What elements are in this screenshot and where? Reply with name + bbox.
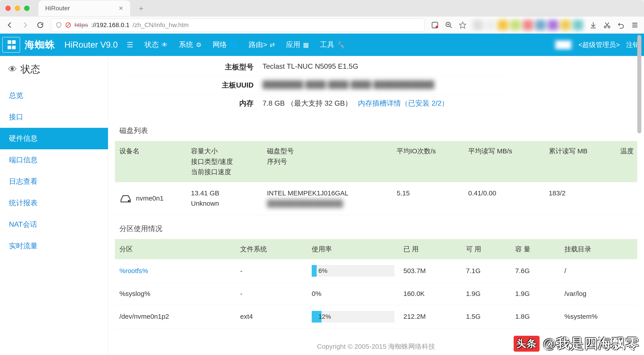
back-button[interactable]: [5, 21, 14, 30]
pt-fs: ext4: [240, 311, 312, 322]
tab-bar: HiRouter ✕ ＋: [0, 0, 644, 17]
sidebar-title: 状态: [20, 63, 40, 76]
cut-icon[interactable]: [603, 21, 611, 29]
th-device: 设备名: [120, 146, 191, 177]
pt-avail: 1.9G: [466, 288, 515, 299]
pth-usage: 使用率: [312, 244, 404, 254]
tab-title: HiRouter: [45, 5, 70, 12]
sidebar-item-0[interactable]: 总览: [0, 85, 108, 106]
pt-mount: /var/log: [564, 288, 632, 299]
mem-label: 内存: [124, 99, 262, 108]
tab-close-icon[interactable]: ✕: [118, 5, 124, 12]
nav-apps[interactable]: 应用▦: [286, 40, 309, 50]
watermark-logo: 头条: [514, 336, 540, 352]
mem-value: 7.8 GB （最大支持 32 GB）: [262, 99, 352, 107]
pt-part: %rootfs%: [120, 266, 240, 276]
nav-tools[interactable]: 工具🔧: [320, 40, 345, 50]
main-content: 主板型号 Teclast TL-NUC N5095 E1.5G 主板UUID █…: [108, 56, 644, 355]
toolbar-right: [431, 20, 639, 30]
disk-io: 5.15: [397, 188, 468, 209]
url-input[interactable]: https ://192.168.0.1 /zh_CN/info_hw.htm: [51, 18, 425, 32]
svg-line-12: [606, 23, 609, 27]
disk-row: nvme0n1 13.41 GBUnknown INTEL MEMPEK1J01…: [115, 182, 637, 215]
download-icon[interactable]: [590, 21, 597, 29]
partition-row: %syslog% - 0% 160.0K 1.9G 1.9G /var/log: [115, 283, 637, 305]
mb-uuid-value: ████████-████-████-████-████████████: [262, 80, 434, 88]
nav-system[interactable]: 系统⚙: [179, 40, 202, 50]
logo-text: 海蜘蛛: [24, 38, 56, 52]
pt-usage: 6%: [312, 265, 404, 277]
svg-line-13: [605, 23, 608, 27]
pt-usage: 0%: [312, 288, 404, 299]
eye-icon: 👁: [162, 41, 168, 49]
minimize-window-icon[interactable]: [15, 6, 20, 11]
shuffle-icon: ⇄: [270, 41, 275, 49]
browser-tab[interactable]: HiRouter ✕: [38, 1, 130, 16]
sidebar-item-3[interactable]: 端口信息: [0, 149, 108, 171]
pt-size: 1.9G: [515, 288, 564, 299]
wrench-icon: 🔧: [337, 41, 345, 49]
disk-rw: 0.41/0.00: [468, 188, 549, 209]
nav-routing[interactable]: 路由>⇄: [249, 40, 275, 50]
logo-icon: [2, 37, 20, 53]
sidebar-item-1[interactable]: 接口: [0, 106, 108, 128]
nav-status[interactable]: 状态👁: [144, 40, 168, 50]
watermark: 头条 @我是四海飘零: [514, 335, 640, 353]
pt-used: 503.7M: [404, 266, 466, 276]
close-window-icon[interactable]: [5, 6, 11, 11]
user-area: ███ <超级管理员> 注销: [554, 40, 640, 50]
pt-mount: /: [564, 266, 632, 276]
usage-bar: 6%: [312, 265, 394, 277]
disk-table: 设备名 容量大小接口类型/速度当前接口速度 磁盘型号序列号 平均IO次数/s 平…: [115, 141, 637, 215]
nav-hamburger-icon[interactable]: ☰: [127, 41, 133, 49]
site-security-icon[interactable]: [56, 22, 62, 28]
mem-slots-link[interactable]: 内存插槽详情（已安装 2/2）: [358, 99, 448, 107]
partition-row: /dev/nvme0n1p2 ext4 12% 212.2M 1.5G 1.8G…: [115, 305, 637, 328]
nav-network[interactable]: 网络🌐: [213, 40, 238, 50]
scrollbar-thumb[interactable]: [637, 56, 641, 133]
pth-fs: 文件系统: [240, 244, 312, 254]
username-blur: ███: [554, 40, 572, 50]
pt-mount: %system%: [564, 311, 632, 322]
th-capacity: 容量大小接口类型/速度当前接口速度: [191, 146, 267, 177]
sidebar-item-2[interactable]: 硬件信息: [0, 128, 108, 149]
th-io: 平均IO次数/s: [397, 146, 468, 177]
globe-icon: 🌐: [230, 41, 238, 49]
maximize-window-icon[interactable]: [24, 6, 30, 11]
pth-used: 已 用: [404, 244, 466, 254]
main-scrollbar[interactable]: [637, 56, 643, 355]
pt-part: %syslog%: [120, 288, 240, 299]
pth-size: 容 量: [515, 244, 564, 254]
pt-fs: -: [240, 266, 312, 276]
browser-chrome: HiRouter ✕ ＋ https ://192.168.0.1 /zh_CN…: [0, 0, 644, 34]
reload-button[interactable]: [36, 21, 45, 30]
grid-icon: ▦: [303, 41, 309, 49]
pt-size: 1.8G: [515, 311, 564, 322]
sidebar-item-6[interactable]: NAT会话: [0, 214, 108, 235]
sidebar-item-7[interactable]: 实时流量: [0, 235, 108, 257]
eye-icon: 👁: [8, 64, 17, 74]
partition-link[interactable]: %rootfs%: [120, 267, 148, 274]
zoom-icon[interactable]: [445, 21, 452, 29]
disk-total: 183/2: [549, 188, 620, 209]
sidebar-item-4[interactable]: 日志查看: [0, 171, 108, 192]
partition-name: %syslog%: [120, 290, 150, 297]
disk-model: INTEL MEMPEK1J016GAL████████████████: [267, 188, 397, 209]
partition-name: /dev/nvme0n1p2: [120, 313, 169, 320]
star-icon[interactable]: [459, 21, 466, 29]
undo-icon[interactable]: [617, 21, 625, 29]
partition-table: 分区 文件系统 使用率 已 用 可 用 容 量 挂载目录 %rootfs% - …: [115, 239, 637, 328]
sidebar-item-5[interactable]: 统计报表: [0, 192, 108, 214]
svg-line-5: [450, 26, 452, 28]
th-model: 磁盘型号序列号: [267, 146, 397, 177]
pth-mount: 挂载目录: [564, 244, 632, 254]
usage-text: 0%: [312, 290, 321, 297]
url-path: /zh_CN/info_hw.htm: [132, 22, 189, 29]
svg-point-17: [128, 200, 130, 201]
partition-table-head: 分区 文件系统 使用率 已 用 可 用 容 量 挂载目录: [115, 239, 637, 259]
new-tab-button[interactable]: ＋: [137, 3, 145, 14]
translate-icon[interactable]: [431, 21, 439, 29]
menu-icon[interactable]: [631, 21, 639, 29]
forward-button[interactable]: [20, 21, 30, 30]
sidebar: 👁 状态 总览接口硬件信息端口信息日志查看统计报表NAT会话实时流量: [0, 56, 108, 355]
